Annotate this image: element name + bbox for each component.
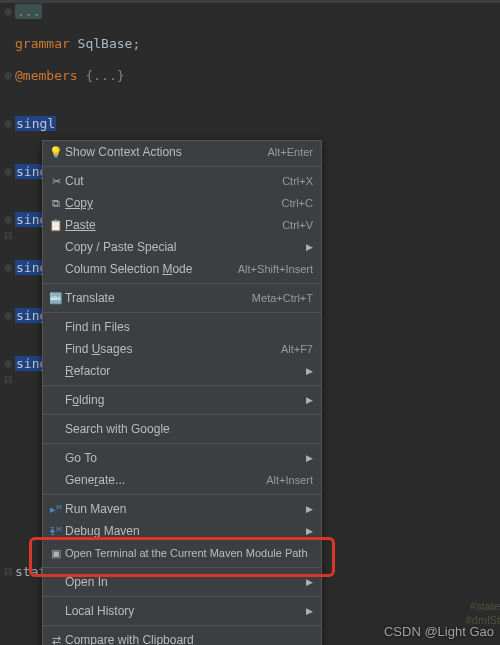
context-menu: 💡 Show Context Actions Alt+Enter ✂ Cut C… [42,140,322,645]
keyword-grammar: grammar [15,36,70,51]
chevron-right-icon: ▶ [303,242,313,252]
menu-show-context-actions[interactable]: 💡 Show Context Actions Alt+Enter [43,141,321,163]
menu-find-usages[interactable]: Find Usages Alt+F7 [43,338,321,360]
chevron-right-icon: ▶ [303,453,313,463]
translate-icon: 🔤 [47,290,65,306]
menu-go-to[interactable]: Go To ▶ [43,447,321,469]
menu-copy-paste-special[interactable]: Copy / Paste Special ▶ [43,236,321,258]
diff-icon: ⇄ [47,632,65,645]
menu-copy[interactable]: ⧉ Copy Ctrl+C [43,192,321,214]
selected-rule: singl [15,116,56,131]
menu-translate[interactable]: 🔤 Translate Meta+Ctrl+T [43,287,321,309]
menu-refactor[interactable]: Refactor ▶ [43,360,321,382]
menu-generate[interactable]: Generate... Alt+Insert [43,469,321,491]
menu-run-maven[interactable]: ▸ᴹ Run Maven ▶ [43,498,321,520]
menu-search-google[interactable]: Search with Google [43,418,321,440]
maven-debug-icon: ⧱ᴹ [47,523,65,539]
chevron-right-icon: ▶ [303,526,313,536]
menu-find-in-files[interactable]: Find in Files [43,316,321,338]
menu-cut[interactable]: ✂ Cut Ctrl+X [43,170,321,192]
bulb-icon: 💡 [47,144,65,160]
maven-run-icon: ▸ᴹ [47,501,65,517]
paste-icon: 📋 [47,217,65,233]
chevron-right-icon: ▶ [303,577,313,587]
copy-icon: ⧉ [47,195,65,211]
menu-open-terminal[interactable]: ▣ Open Terminal at the Current Maven Mod… [43,542,321,564]
watermark: CSDN @Light Gao [384,624,494,639]
chevron-right-icon: ▶ [303,606,313,616]
keyword-members: @members [15,68,78,83]
menu-paste[interactable]: 📋 Paste Ctrl+V [43,214,321,236]
scissors-icon: ✂ [47,173,65,189]
menu-local-history[interactable]: Local History ▶ [43,600,321,622]
menu-compare-clipboard[interactable]: ⇄ Compare with Clipboard [43,629,321,645]
menu-open-in[interactable]: Open In ▶ [43,571,321,593]
menu-debug-maven[interactable]: ⧱ᴹ Debug Maven ▶ [43,520,321,542]
chevron-right-icon: ▶ [303,395,313,405]
inline-hints: #state #dmlSt [466,599,500,627]
chevron-right-icon: ▶ [303,504,313,514]
menu-folding[interactable]: Folding ▶ [43,389,321,411]
menu-column-selection-mode[interactable]: Column Selection Mode Alt+Shift+Insert [43,258,321,280]
chevron-right-icon: ▶ [303,366,313,376]
terminal-icon: ▣ [47,545,65,561]
fold-marker[interactable]: ... [15,4,42,19]
